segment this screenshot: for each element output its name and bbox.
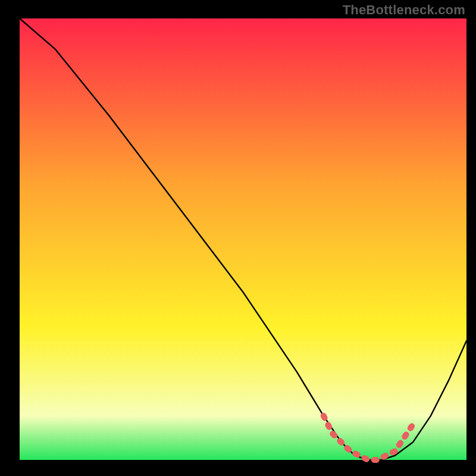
chart-wrapper: TheBottleneck.com	[0, 0, 476, 476]
plot-background	[20, 18, 466, 460]
bottleneck-chart	[0, 0, 476, 476]
watermark-text: TheBottleneck.com	[343, 2, 465, 18]
